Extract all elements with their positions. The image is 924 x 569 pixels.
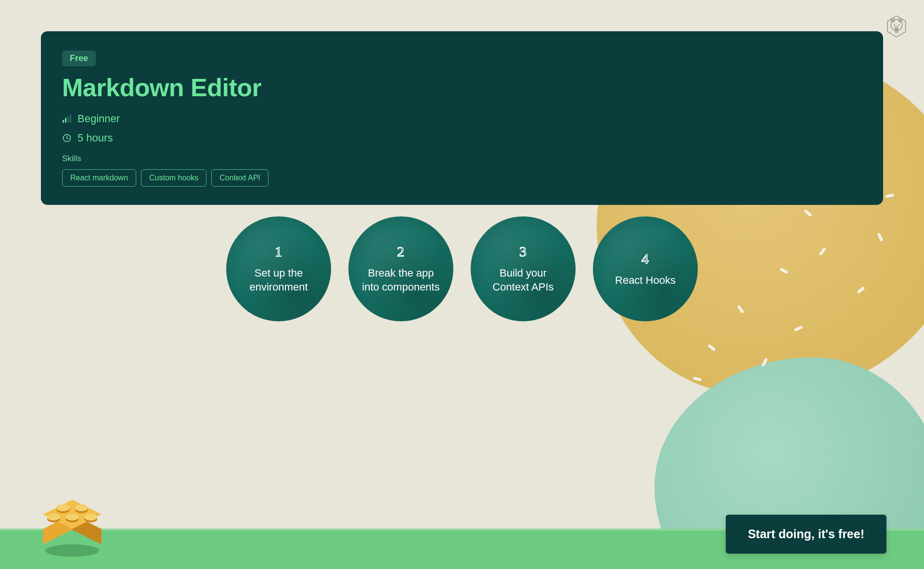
skill-chip: Context API [211,169,269,187]
step-3[interactable]: 3 Build your Context APIs [471,216,576,321]
step-number: 4 [642,251,649,267]
skills-heading: Skills [62,154,862,164]
skill-chip-list: React markdown Custom hooks Context API [62,169,862,187]
beaver-logo-icon[interactable] [885,14,909,38]
svg-point-27 [84,514,97,520]
course-meta: Beginner 5 hours [62,113,862,144]
step-text: Set up the environment [237,266,321,294]
duration-label: 5 hours [77,132,113,144]
clock-icon [62,133,72,143]
svg-point-14 [45,544,99,557]
step-text: React Hooks [615,274,676,288]
svg-point-19 [56,505,69,511]
step-text: Break the app into components [359,266,443,294]
course-hero-card: Free Markdown Editor Beginner 5 hours Sk… [41,31,883,205]
svg-point-6 [895,26,898,28]
course-steps: 1 Set up the environment 2 Break the app… [0,216,924,321]
svg-rect-9 [63,120,64,123]
svg-point-23 [47,514,60,520]
step-text: Build your Context APIs [481,266,565,294]
svg-rect-11 [67,116,69,123]
duration-row: 5 hours [62,132,862,144]
lego-brick-icon [34,484,111,561]
svg-point-25 [65,514,78,520]
start-cta-button[interactable]: Start doing, it's free! [726,515,886,554]
step-2[interactable]: 2 Break the app into components [348,216,453,321]
svg-point-21 [75,505,88,511]
skill-chip: React markdown [62,169,136,187]
step-number: 1 [275,243,282,260]
step-1[interactable]: 1 Set up the environment [226,216,331,321]
level-row: Beginner [62,113,862,125]
skill-chip: Custom hooks [141,169,206,187]
step-number: 3 [519,243,527,260]
step-4[interactable]: 4 React Hooks [593,216,698,321]
price-badge: Free [62,51,96,66]
level-label: Beginner [77,113,120,125]
svg-rect-12 [70,114,71,123]
svg-point-4 [894,24,895,25]
step-number: 2 [397,243,405,260]
level-bars-icon [62,114,72,124]
course-title: Markdown Editor [62,73,862,102]
svg-point-5 [898,24,899,25]
svg-rect-10 [65,118,66,123]
